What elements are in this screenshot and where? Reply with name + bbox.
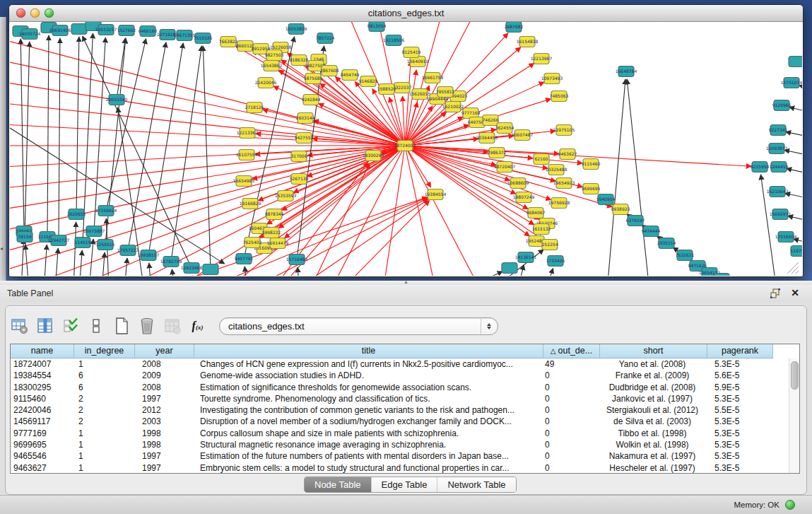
citation-edge-red[interactable] [372, 88, 405, 146]
citation-edge-black[interactable] [128, 42, 166, 250]
network-node[interactable]: 16154838 [517, 37, 539, 47]
citation-edge-red[interactable] [319, 103, 405, 146]
table-row[interactable]: 946362711997Embryonic stem cells: a mode… [11, 462, 799, 474]
show-columns-button[interactable] [35, 317, 54, 336]
network-node[interactable]: 19384554 [425, 189, 447, 200]
citation-edge-red[interactable] [405, 99, 440, 146]
citation-edge-black[interactable] [171, 46, 201, 262]
network-node[interactable]: 1733426 [546, 256, 565, 267]
tab-network-table[interactable]: Network Table [437, 477, 515, 492]
network-node[interactable]: 18720407 [494, 162, 516, 173]
network-node[interactable]: 1640954 [596, 194, 616, 205]
column-header-name[interactable]: name [11, 344, 74, 358]
network-node[interactable]: 9227341 [769, 125, 788, 136]
network-node[interactable]: 8454749 [341, 70, 360, 81]
network-node[interactable]: 22420046 [255, 78, 277, 88]
network-node[interactable]: 14055724 [19, 29, 41, 40]
network-node[interactable]: 15716485 [286, 255, 308, 265]
network-node[interactable]: 16914479 [267, 238, 289, 249]
network-node[interactable]: 18724007 [394, 141, 416, 151]
network-table-selector[interactable]: citations_edges.txt [219, 317, 498, 335]
citation-edge-black[interactable] [10, 128, 225, 264]
citation-edge-black[interactable] [787, 168, 802, 175]
citation-edge-black[interactable] [94, 37, 105, 231]
network-node[interactable]: 5998222 [262, 228, 281, 238]
network-node[interactable]: 39154 [17, 232, 33, 243]
table-row[interactable]: 911546021997Tourette syndrome. Phenomeno… [11, 393, 799, 404]
network-node[interactable]: 2718126 [245, 103, 264, 113]
citation-edge-black[interactable] [25, 245, 29, 276]
network-node[interactable]: 12213967 [531, 54, 553, 64]
network-node[interactable]: 13218506 [383, 35, 405, 46]
import-table-button[interactable] [163, 317, 182, 336]
network-node[interactable]: 12942737 [48, 235, 70, 246]
citation-edge-black[interactable] [55, 248, 58, 276]
network-node[interactable]: 7515526 [194, 33, 213, 44]
network-node[interactable]: 10553257 [95, 25, 117, 35]
network-node[interactable]: 116753 [791, 246, 802, 257]
network-node[interactable]: 2603144 [296, 113, 315, 124]
citation-edge-red[interactable] [264, 198, 428, 276]
citation-edge-red[interactable] [266, 146, 405, 224]
network-node[interactable]: 16053809 [286, 24, 307, 35]
network-node[interactable] [789, 57, 802, 67]
network-node[interactable]: 114519 [75, 238, 91, 248]
network-node[interactable]: 15692971 [770, 209, 792, 220]
citation-edge-black[interactable] [44, 245, 47, 276]
network-node[interactable]: 9245652 [712, 274, 731, 276]
network-node[interactable]: 8813054 [367, 22, 387, 32]
citation-edge-black[interactable] [79, 250, 82, 276]
network-node[interactable]: 7986372 [488, 148, 507, 158]
network-node[interactable]: 10973493 [541, 74, 563, 84]
network-node[interactable]: 8878344 [265, 209, 284, 220]
network-node[interactable]: 9242844 [302, 95, 321, 105]
network-node[interactable]: 62160 [534, 154, 549, 165]
table-row[interactable]: 1872400712008Changes of HCN gene express… [11, 358, 799, 370]
resize-grip[interactable] [787, 262, 799, 274]
citation-edge-red[interactable] [222, 198, 428, 276]
network-node[interactable]: 16648784 [616, 66, 637, 77]
row-options-button[interactable] [86, 317, 105, 336]
network-node[interactable]: 16210643 [767, 187, 789, 197]
network-node[interactable]: 317006 [291, 151, 307, 162]
network-node[interactable]: 2687682 [505, 22, 524, 33]
citation-edge-black[interactable] [47, 35, 49, 237]
network-node[interactable]: 19166829 [240, 199, 261, 209]
network-node[interactable]: 17016504 [775, 232, 797, 243]
citation-edge-black[interactable] [124, 258, 127, 276]
citation-edge-black[interactable] [462, 271, 502, 276]
citation-edge-black[interactable] [117, 38, 125, 100]
citation-edge-red[interactable] [10, 124, 405, 146]
network-node[interactable]: 2867608 [320, 66, 339, 76]
network-node[interactable]: 19756928 [548, 198, 570, 209]
citation-edge-black[interactable] [148, 43, 183, 255]
network-node[interactable]: 6466160 [139, 26, 158, 37]
network-node[interactable]: 1244419 [770, 162, 789, 173]
citation-edge-black[interactable] [172, 269, 175, 276]
table-row[interactable]: 1456911722003Disruption of a novel membe… [11, 416, 799, 427]
network-node[interactable]: 20691406 [49, 25, 71, 36]
network-node[interactable]: 7625402 [243, 238, 262, 248]
network-window-titlebar[interactable]: citations_edges.txt [9, 5, 803, 22]
network-node[interactable]: 1250515 [96, 240, 115, 250]
citation-edge-black[interactable] [203, 46, 211, 269]
citation-edge-black[interactable] [627, 79, 649, 276]
column-header-out_de[interactable]: △out_de... [543, 344, 600, 358]
select-all-button[interactable] [61, 317, 80, 336]
scrollbar-thumb[interactable] [791, 361, 799, 390]
network-node[interactable]: 20053340 [106, 95, 128, 105]
network-node[interactable]: 10688609 [507, 178, 529, 189]
citation-edge-red[interactable] [10, 82, 405, 146]
network-node[interactable]: 7663822 [219, 37, 238, 47]
network-node[interactable]: 20364456 [476, 133, 498, 144]
network-node[interactable]: 8215958 [751, 162, 770, 173]
citation-edge-black[interactable] [546, 268, 553, 276]
vertical-scrollbar[interactable] [789, 358, 799, 473]
network-node[interactable]: 15353593 [275, 191, 297, 201]
citation-edge-black[interactable] [59, 38, 60, 240]
close-panel-icon[interactable]: ✕ [791, 287, 799, 298]
table-settings-button[interactable] [10, 317, 29, 336]
citation-edge-black[interactable] [788, 216, 802, 223]
network-node[interactable] [502, 263, 517, 274]
column-header-in_degree[interactable]: in_degree [74, 344, 135, 358]
